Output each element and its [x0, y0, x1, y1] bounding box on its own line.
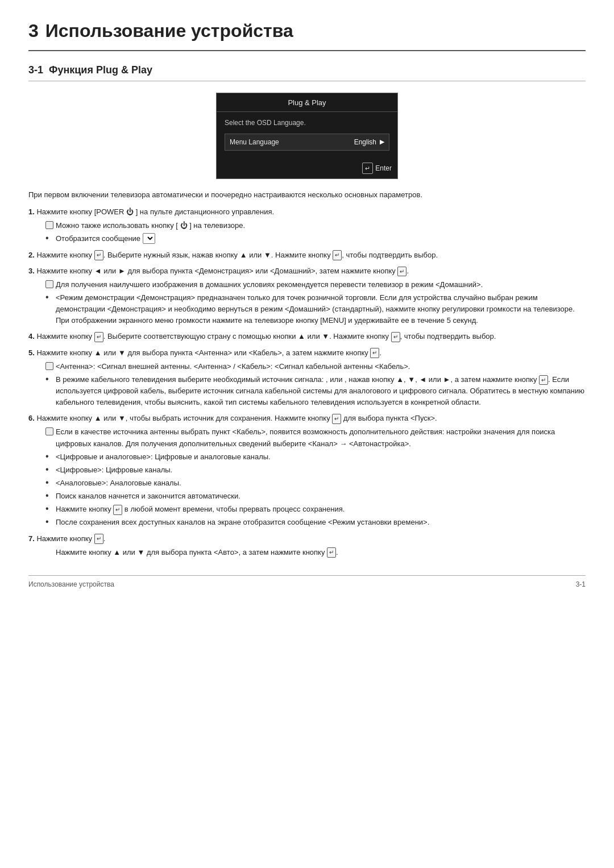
intro-text: При первом включении телевизора автомати…	[28, 189, 586, 201]
bullet-dot: •	[45, 517, 53, 526]
steps-container: 1. Нажмите кнопку [POWER ⏻ ] на пульте д…	[28, 206, 586, 558]
step-text-1: 1. Нажмите кнопку [POWER ⏻ ] на пульте д…	[28, 206, 586, 218]
enter-icon: ↵	[362, 163, 373, 175]
enter-label: Enter	[375, 163, 392, 173]
bullet-group-5: <Антенна>: <Сигнал внешней антенны. <Ант…	[45, 361, 586, 409]
bullet-text: Для получения наилучшего изображения в д…	[56, 279, 586, 290]
bullet-text: Поиск каналов начнется и закончится авто…	[56, 491, 586, 502]
bullet-dot: •	[45, 465, 53, 474]
osd-dialog-wrapper: Plug & Play Select the OSD Language. Men…	[28, 93, 586, 179]
osd-title: Plug & Play	[288, 98, 326, 107]
footer-left: Использование устройства	[28, 579, 114, 589]
step-text-6: 6. Нажмите кнопку ▲ или ▼, чтобы выбрать…	[28, 413, 586, 424]
bullet-dot: •	[45, 452, 53, 461]
bullet-item: •<Цифровые>: Цифровые каналы.	[45, 464, 586, 476]
note-icon	[45, 427, 53, 435]
osd-row-value: English	[354, 137, 376, 147]
note-icon	[45, 221, 53, 229]
bullet-group-6: Если в качестве источника антенны выбрат…	[45, 426, 586, 528]
bullet-text: <Антенна>: <Сигнал внешней антенны. <Ант…	[56, 361, 586, 372]
bullet-group-7: Нажмите кнопку ▲ или ▼ для выбора пункта…	[45, 547, 586, 558]
osd-footer: ↵ Enter	[217, 160, 397, 179]
bullet-text: <Аналоговые>: Аналоговые каналы.	[56, 477, 586, 489]
step-4: 4. Нажмите кнопку ↵. Выберите соответств…	[28, 331, 586, 342]
bullet-item: •<Цифровые и аналоговые>: Цифровые и ана…	[45, 451, 586, 463]
bullet-item: Для получения наилучшего изображения в д…	[45, 279, 586, 290]
bullet-text: Нажмите кнопку ↵ в любой момент времени,…	[56, 504, 586, 515]
bullet-text: <Цифровые>: Цифровые каналы.	[56, 464, 586, 476]
bullet-text: <Цифровые и аналоговые>: Цифровые и анал…	[56, 451, 586, 463]
osd-title-bar: Plug & Play	[217, 93, 397, 112]
osd-language-row[interactable]: Menu Language English ▶	[225, 134, 389, 151]
bullet-item: •<Режим демонстрации <Демонстрация> пред…	[45, 292, 586, 326]
bullet-item: •В режиме кабельного телевидения выберит…	[45, 374, 586, 408]
bullet-group-1: Можно также использовать кнопку [ ⏻ ] на…	[45, 220, 586, 244]
note-icon	[45, 362, 53, 370]
bullet-dot: •	[45, 293, 53, 302]
bullet-item: Можно также использовать кнопку [ ⏻ ] на…	[45, 220, 586, 231]
bullet-text: <Режим демонстрации <Демонстрация> предн…	[56, 292, 586, 326]
step-text-2: 2. Нажмите кнопку ↵. Выберите нужный язы…	[28, 250, 586, 261]
osd-row-label: Menu Language	[230, 137, 354, 147]
bullet-item: •<Аналоговые>: Аналоговые каналы.	[45, 477, 586, 489]
bullet-dot: •	[45, 375, 53, 384]
bullet-item: Если в качестве источника антенны выбрат…	[45, 426, 586, 449]
step-text-3: 3. Нажмите кнопку ◄ или ► для выбора пун…	[28, 265, 586, 277]
step-text-4: 4. Нажмите кнопку ↵. Выберите соответств…	[28, 331, 586, 342]
section-number: 3-1	[28, 64, 43, 76]
note-icon	[45, 280, 53, 288]
bullet-item: •После сохранения всех доступных каналов…	[45, 517, 586, 528]
osd-row-arrow: ▶	[380, 137, 384, 147]
bullet-text: Нажмите кнопку ▲ или ▼ для выбора пункта…	[56, 547, 586, 558]
bullet-text: Если в качестве источника антенны выбрат…	[56, 426, 586, 449]
osd-subtitle: Select the OSD Language.	[225, 118, 389, 128]
bullet-text: После сохранения всех доступных каналов …	[56, 517, 586, 528]
step-5: 5. Нажмите кнопку ▲ или ▼ для выбора пун…	[28, 347, 586, 409]
section-title: Функция Plug & Play	[49, 64, 152, 76]
osd-body: Select the OSD Language. Menu Language E…	[217, 112, 397, 160]
step-6: 6. Нажмите кнопку ▲ или ▼, чтобы выбрать…	[28, 413, 586, 528]
bullet-item: Нажмите кнопку ▲ или ▼ для выбора пункта…	[45, 547, 586, 558]
step-7: 7. Нажмите кнопку ↵. Нажмите кнопку ▲ ил…	[28, 533, 586, 558]
step-2: 2. Нажмите кнопку ↵. Выберите нужный язы…	[28, 250, 586, 261]
bullet-group-3: Для получения наилучшего изображения в д…	[45, 279, 586, 327]
bullet-item: •Отобразится сообщение .	[45, 233, 586, 244]
chapter-title: Использование устройства	[45, 20, 293, 41]
bullet-item: <Антенна>: <Сигнал внешней антенны. <Ант…	[45, 361, 586, 372]
bullet-text: Отобразится сообщение .	[56, 233, 586, 244]
footer-bar: Использование устройства 3-1	[28, 575, 586, 589]
footer-right: 3-1	[576, 579, 586, 589]
bullet-dot: •	[45, 478, 53, 487]
section-header: 3-1Функция Plug & Play	[28, 63, 586, 81]
osd-dialog: Plug & Play Select the OSD Language. Men…	[216, 93, 398, 179]
chapter-number: 3	[28, 20, 39, 41]
bullet-dot: •	[45, 234, 53, 243]
bullet-dot: •	[45, 491, 53, 500]
step-text-5: 5. Нажмите кнопку ▲ или ▼ для выбора пун…	[28, 347, 586, 359]
bullet-item: •Нажмите кнопку ↵ в любой момент времени…	[45, 504, 586, 515]
bullet-item: •Поиск каналов начнется и закончится авт…	[45, 491, 586, 502]
bullet-text: В режиме кабельного телевидения выберите…	[56, 374, 586, 408]
step-3: 3. Нажмите кнопку ◄ или ► для выбора пун…	[28, 265, 586, 327]
chapter-header: 3Использование устройства	[28, 17, 586, 51]
step-text-7: 7. Нажмите кнопку ↵.	[28, 533, 586, 545]
bullet-dot: •	[45, 504, 53, 513]
content-body: При первом включении телевизора автомати…	[28, 189, 586, 558]
osd-enter-button: ↵ Enter	[362, 163, 392, 175]
step-1: 1. Нажмите кнопку [POWER ⏻ ] на пульте д…	[28, 206, 586, 244]
bullet-text: Можно также использовать кнопку [ ⏻ ] на…	[56, 220, 586, 231]
